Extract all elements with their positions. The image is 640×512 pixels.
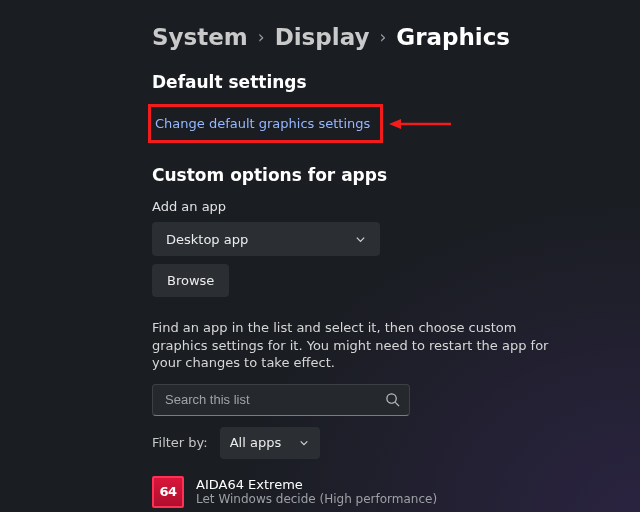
annotation-highlight: Change default graphics settings bbox=[148, 104, 383, 143]
filter-value: All apps bbox=[230, 435, 282, 450]
annotation-arrow-icon bbox=[389, 116, 453, 132]
chevron-down-icon bbox=[354, 233, 366, 245]
app-name: AIDA64 Extreme bbox=[196, 477, 437, 492]
crumb-system[interactable]: System bbox=[152, 24, 248, 50]
crumb-graphics: Graphics bbox=[396, 24, 510, 50]
filter-by-label: Filter by: bbox=[152, 435, 208, 450]
app-type-select[interactable]: Desktop app bbox=[152, 222, 380, 256]
default-settings-heading: Default settings bbox=[152, 72, 640, 92]
svg-line-3 bbox=[395, 402, 399, 406]
chevron-down-icon bbox=[298, 437, 310, 449]
browse-label: Browse bbox=[167, 273, 214, 288]
search-input[interactable] bbox=[165, 392, 385, 407]
help-text: Find an app in the list and select it, t… bbox=[152, 319, 562, 372]
custom-options-heading: Custom options for apps bbox=[152, 165, 640, 185]
svg-marker-1 bbox=[389, 119, 401, 129]
search-icon bbox=[385, 392, 401, 408]
app-subtext: Let Windows decide (High performance) bbox=[196, 492, 437, 506]
chevron-right-icon: › bbox=[258, 27, 265, 47]
chevron-right-icon: › bbox=[379, 27, 386, 47]
filter-select[interactable]: All apps bbox=[220, 427, 320, 459]
search-input-wrap[interactable] bbox=[152, 384, 410, 416]
crumb-display[interactable]: Display bbox=[275, 24, 370, 50]
browse-button[interactable]: Browse bbox=[152, 264, 229, 297]
app-item-aida64[interactable]: 64 AIDA64 Extreme Let Windows decide (Hi… bbox=[152, 471, 640, 512]
app-list: 64 AIDA64 Extreme Let Windows decide (Hi… bbox=[152, 471, 640, 512]
app-type-value: Desktop app bbox=[166, 232, 248, 247]
add-app-label: Add an app bbox=[152, 199, 640, 214]
breadcrumb: System › Display › Graphics bbox=[152, 24, 640, 50]
app-icon-aida64: 64 bbox=[152, 476, 184, 508]
change-default-graphics-link[interactable]: Change default graphics settings bbox=[155, 116, 370, 131]
svg-point-2 bbox=[387, 394, 396, 403]
